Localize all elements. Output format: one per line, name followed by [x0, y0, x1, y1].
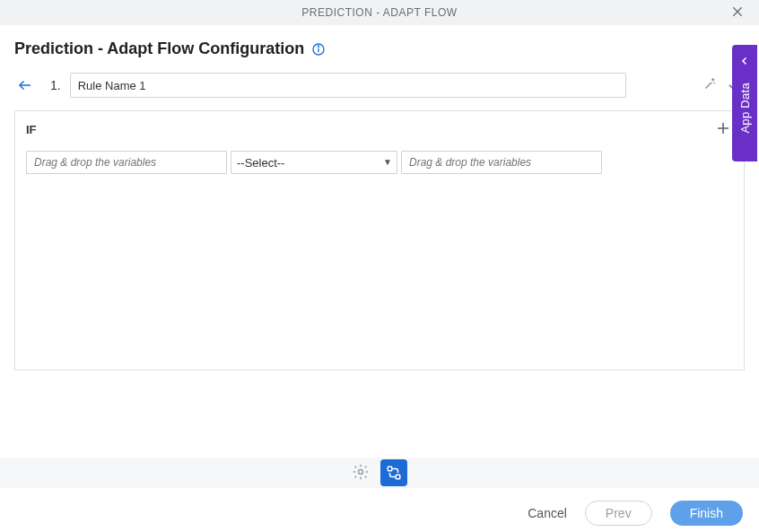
chevron-left-icon [739, 54, 750, 70]
svg-rect-10 [388, 467, 392, 471]
variable-drop-left[interactable] [26, 151, 227, 174]
condition-row: --Select-- ▼ [26, 151, 733, 174]
finish-button[interactable]: Finish [670, 501, 743, 526]
cancel-button[interactable]: Cancel [528, 506, 567, 520]
magic-wand-icon[interactable] [702, 76, 720, 94]
footer-actions: Cancel Prev Finish [528, 501, 743, 526]
operator-select[interactable]: --Select-- [231, 151, 397, 174]
dialog-title: PREDICTION - ADAPT FLOW [301, 6, 457, 19]
gear-icon[interactable] [352, 463, 371, 483]
page-title-row: Prediction - Adapt Flow Configuration [14, 39, 745, 58]
side-tab-label: App Data [738, 83, 752, 134]
bottom-toolbar [0, 458, 759, 488]
rule-number: 1. [50, 78, 61, 92]
svg-line-6 [706, 83, 712, 89]
if-header-row: IF [26, 120, 733, 138]
rule-panel: IF --Select-- ▼ [14, 110, 745, 371]
main-content: Prediction - Adapt Flow Configuration 1.… [0, 25, 759, 385]
back-arrow-icon[interactable] [14, 74, 36, 96]
dialog-header: PREDICTION - ADAPT FLOW [0, 0, 759, 25]
info-icon[interactable] [311, 42, 326, 57]
variable-drop-right[interactable] [401, 151, 602, 174]
app-data-side-tab[interactable]: App Data [732, 45, 757, 161]
add-condition-icon[interactable] [715, 120, 733, 138]
operator-select-wrap: --Select-- ▼ [231, 151, 397, 174]
svg-point-4 [318, 46, 319, 47]
svg-rect-11 [396, 475, 400, 479]
if-label: IF [26, 123, 37, 136]
rule-name-input[interactable] [70, 73, 626, 98]
rule-header-row: 1. [14, 73, 745, 98]
prev-button[interactable]: Prev [585, 501, 652, 526]
page-title: Prediction - Adapt Flow Configuration [14, 39, 304, 58]
svg-point-9 [359, 470, 363, 475]
close-icon[interactable] [730, 4, 746, 21]
flow-mode-button[interactable] [380, 459, 407, 486]
